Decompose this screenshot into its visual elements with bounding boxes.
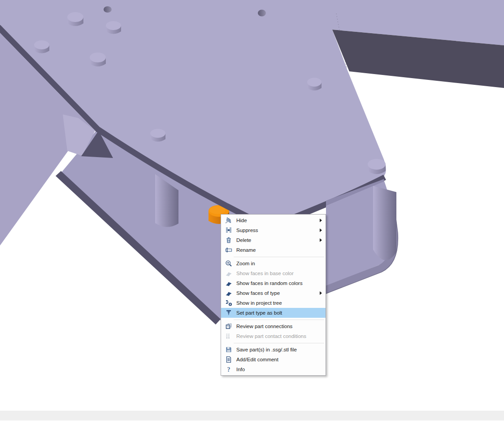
submenu-arrow-icon <box>320 238 322 242</box>
menu-item-hide[interactable]: Hide <box>221 215 326 225</box>
menu-item-label: Show faces in base color <box>236 271 294 276</box>
menu-item-label: Delete <box>236 237 251 243</box>
menu-separator <box>221 341 326 345</box>
menu-item-show-faces-of-type[interactable]: Show faces of type <box>221 288 326 298</box>
submenu-arrow-icon <box>320 228 322 232</box>
menu-item-suppress[interactable]: Suppress <box>221 225 326 235</box>
face-random-colors-icon <box>225 280 232 287</box>
menu-item-label: Info <box>236 367 245 372</box>
zoom-in-icon <box>225 260 232 267</box>
menu-item-show-faces-in-base-color[interactable]: Show faces in base color <box>221 268 326 278</box>
menu-item-zoom-in[interactable]: Zoom in <box>221 259 326 268</box>
menu-item-label: Rename <box>236 247 256 253</box>
menu-item-label: Show faces in random colors <box>236 281 303 286</box>
submenu-arrow-icon <box>320 291 322 295</box>
menu-item-show-faces-in-random-colors[interactable]: Show faces in random colors <box>221 278 326 288</box>
menu-item-label: Review part contact conditions <box>236 333 306 339</box>
face-base-color-icon <box>225 270 232 277</box>
suppress-bolt-icon <box>225 227 232 234</box>
menu-item-set-part-type-as-bolt[interactable]: Set part type as bolt <box>221 308 326 318</box>
menu-item-review-part-connections[interactable]: Review part connections <box>221 321 326 331</box>
menu-item-label: Save part(s) in .ssg/.stl file <box>236 347 297 352</box>
menu-item-label: Add/Edit comment <box>236 357 278 362</box>
menu-item-label: Show in project tree <box>236 300 282 306</box>
connections-icon <box>225 323 232 330</box>
menu-item-label: Hide <box>236 218 247 223</box>
menu-item-label: Review part connections <box>236 324 292 329</box>
menu-item-delete[interactable]: Delete <box>221 235 326 245</box>
face-of-type-icon <box>225 289 232 297</box>
save-floppy-icon <box>225 346 232 353</box>
contact-conditions-icon <box>225 333 232 340</box>
menu-item-label: Zoom in <box>236 261 255 266</box>
bolt-icon <box>225 309 232 316</box>
info-icon: ? <box>225 366 232 373</box>
menu-item-review-part-contact-conditions[interactable]: Review part contact conditions <box>221 331 326 341</box>
status-bar <box>0 411 504 421</box>
project-tree-add-icon <box>225 299 232 307</box>
menu-item-add-edit-comment[interactable]: Add/Edit comment <box>221 355 326 364</box>
trash-icon <box>225 237 232 244</box>
comment-doc-icon <box>225 356 232 363</box>
hide-bolt-icon <box>225 217 232 224</box>
menu-item-label: Set part type as bolt <box>236 310 282 316</box>
submenu-arrow-icon <box>320 219 322 222</box>
menu-item-save-part-s-in-ssg-stl-file[interactable]: Save part(s) in .ssg/.stl file <box>221 345 326 355</box>
menu-item-rename[interactable]: Rename <box>221 245 326 255</box>
menu-separator <box>221 318 326 321</box>
menu-item-label: Suppress <box>236 228 258 233</box>
right-leg-cylinder <box>373 186 396 260</box>
rename-field-icon <box>225 246 232 254</box>
svg-text:?: ? <box>227 366 230 373</box>
menu-item-info[interactable]: ?Info <box>221 364 326 374</box>
menu-separator <box>221 255 326 259</box>
menu-item-label: Show faces of type <box>236 290 280 296</box>
menu-item-show-in-project-tree[interactable]: Show in project tree <box>221 298 326 308</box>
context-menu: HideSuppressDeleteRenameZoom inShow face… <box>221 214 326 376</box>
